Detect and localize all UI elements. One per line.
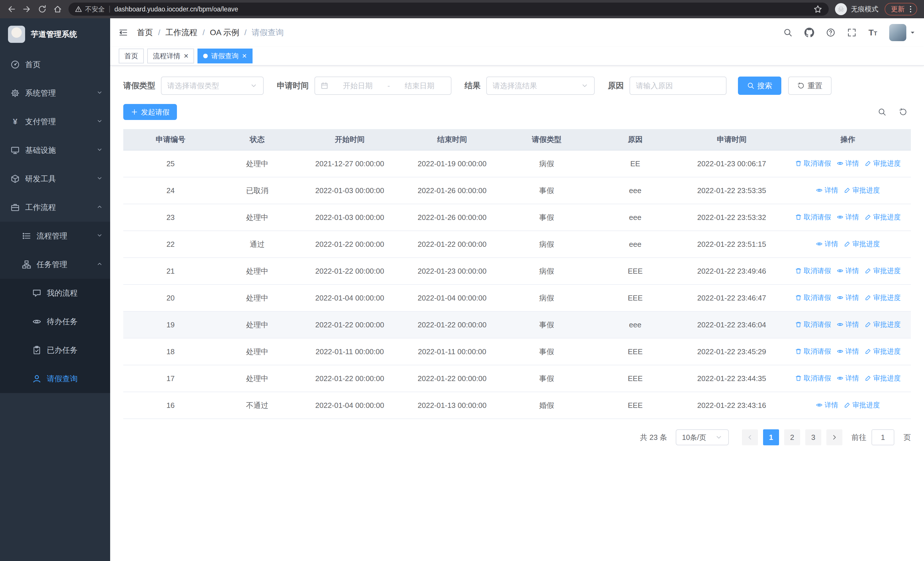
- pen-icon: [865, 160, 872, 167]
- app-logo[interactable]: 芋道管理系统: [0, 18, 110, 50]
- approval-progress-link[interactable]: 审批进度: [865, 293, 901, 302]
- detail-link[interactable]: 详情: [837, 320, 859, 329]
- approval-progress-link[interactable]: 审批进度: [844, 239, 880, 248]
- cell-actions: 详情审批进度: [785, 231, 911, 258]
- detail-link[interactable]: 详情: [816, 239, 838, 248]
- apply-time-range-picker[interactable]: 开始日期 - 结束日期: [315, 77, 452, 95]
- security-status[interactable]: 不安全: [75, 5, 105, 14]
- next-page-button[interactable]: [826, 429, 842, 445]
- close-icon[interactable]: ×: [242, 52, 246, 60]
- sidebar-item-workflow[interactable]: 工作流程: [0, 193, 110, 222]
- caret-down-icon: [910, 30, 915, 35]
- breadcrumb-item[interactable]: OA 示例: [210, 27, 239, 38]
- tab-process-detail[interactable]: 流程详情×: [147, 48, 194, 63]
- tab-label: 流程详情: [153, 51, 180, 60]
- font-size-icon[interactable]: TT: [868, 28, 877, 38]
- approval-progress-link[interactable]: 审批进度: [865, 374, 901, 383]
- detail-link[interactable]: 详情: [837, 266, 859, 275]
- tab-home[interactable]: 首页: [119, 48, 144, 63]
- prev-page-button[interactable]: [742, 429, 758, 445]
- global-search-icon[interactable]: [783, 28, 792, 37]
- sidebar-item-my-process[interactable]: 我的流程: [0, 279, 110, 307]
- sidebar-item-process-mgmt[interactable]: 流程管理: [0, 222, 110, 250]
- cancel-leave-link[interactable]: 取消请假: [795, 212, 831, 222]
- approval-progress-link[interactable]: 审批进度: [865, 347, 901, 356]
- github-icon[interactable]: [804, 28, 814, 38]
- result-select[interactable]: 请选择流结果: [486, 77, 595, 95]
- sidebar-item-todo-tasks[interactable]: 待办任务: [0, 307, 110, 336]
- approval-progress-link[interactable]: 审批进度: [844, 186, 880, 195]
- sidebar-item-task-mgmt[interactable]: 任务管理: [0, 250, 110, 279]
- cancel-leave-link[interactable]: 取消请假: [795, 347, 831, 356]
- approval-progress-link[interactable]: 审批进度: [865, 212, 901, 222]
- sidebar-item-label: 工作流程: [25, 202, 56, 212]
- sidebar-item-leave-query[interactable]: 请假查询: [0, 364, 110, 393]
- reload-icon[interactable]: [38, 5, 47, 14]
- detail-link[interactable]: 详情: [837, 159, 859, 168]
- bookmark-star-icon[interactable]: [813, 5, 822, 14]
- cell-apply-time: 2022-01-22 23:51:15: [679, 231, 785, 258]
- clipboard-check-icon: [32, 346, 42, 355]
- home-icon[interactable]: [53, 5, 62, 14]
- sidebar-item-done-tasks[interactable]: 已办任务: [0, 336, 110, 364]
- address-bar[interactable]: 不安全 dashboard.yudao.iocoder.cn/bpm/oa/le…: [69, 3, 829, 16]
- reset-button[interactable]: 重置: [788, 77, 831, 95]
- forward-icon[interactable]: [22, 5, 32, 14]
- detail-link[interactable]: 详情: [837, 347, 859, 356]
- detail-link[interactable]: 详情: [816, 400, 838, 410]
- back-icon[interactable]: [7, 5, 16, 14]
- approval-progress-link[interactable]: 审批进度: [865, 320, 901, 329]
- detail-link[interactable]: 详情: [837, 374, 859, 383]
- apply-time-label: 申请时间: [277, 80, 309, 91]
- sidebar-item-infra[interactable]: 基础设施: [0, 136, 110, 164]
- cancel-leave-link[interactable]: 取消请假: [795, 293, 831, 302]
- collapse-sidebar-icon[interactable]: [119, 28, 128, 37]
- search-button[interactable]: 搜索: [738, 77, 782, 95]
- cell-actions: 详情审批进度: [785, 392, 911, 419]
- cell-status: 处理中: [218, 204, 297, 231]
- breadcrumb-item[interactable]: 工作流程: [165, 27, 198, 38]
- toggle-search-icon[interactable]: [878, 108, 886, 116]
- chevron-down-icon: [715, 434, 723, 441]
- detail-link[interactable]: 详情: [837, 293, 859, 302]
- approval-progress-link[interactable]: 审批进度: [865, 266, 901, 275]
- create-leave-button[interactable]: 发起请假: [123, 104, 177, 120]
- cell-apply-time: 2022-01-22 23:49:46: [679, 258, 785, 284]
- user-avatar[interactable]: [889, 24, 915, 41]
- approval-progress-link[interactable]: 审批进度: [844, 400, 880, 410]
- goto-label: 前往: [852, 432, 866, 442]
- help-icon[interactable]: [826, 28, 835, 37]
- update-button[interactable]: 更新: [885, 3, 917, 15]
- user-icon: [32, 374, 42, 384]
- page-size-select[interactable]: 10条/页: [676, 429, 729, 445]
- fullscreen-icon[interactable]: [847, 28, 856, 37]
- tab-leave-query[interactable]: 请假查询×: [198, 48, 252, 63]
- browser-menu-icon[interactable]: [906, 5, 915, 14]
- detail-link[interactable]: 详情: [816, 186, 838, 195]
- close-icon[interactable]: ×: [184, 52, 188, 60]
- column-header: 状态: [218, 129, 297, 150]
- reason-input[interactable]: [630, 77, 726, 95]
- sidebar-item-payment[interactable]: ¥支付管理: [0, 107, 110, 136]
- cell-apply-time: 2022-01-22 23:43:16: [679, 392, 785, 419]
- sidebar-item-system[interactable]: 系统管理: [0, 79, 110, 107]
- page-1-button[interactable]: 1: [763, 429, 779, 445]
- sidebar-item-devtools[interactable]: 研发工具: [0, 164, 110, 193]
- page-content: 请假类型 请选择请假类型 申请时间 开始日期 - 结束日期 结果 请选择流结果: [110, 66, 924, 561]
- sidebar-item-home[interactable]: 首页: [0, 50, 110, 79]
- breadcrumb-item[interactable]: 首页: [137, 27, 153, 38]
- goto-page-input[interactable]: [872, 429, 894, 445]
- cancel-leave-link[interactable]: 取消请假: [795, 266, 831, 275]
- cancel-leave-link[interactable]: 取消请假: [795, 374, 831, 383]
- leave-type-select[interactable]: 请选择请假类型: [161, 77, 264, 95]
- page-2-button[interactable]: 2: [784, 429, 800, 445]
- page-3-button[interactable]: 3: [805, 429, 821, 445]
- refresh-table-icon[interactable]: [899, 108, 908, 116]
- dashboard-icon: [10, 60, 20, 69]
- sidebar-item-label: 支付管理: [25, 117, 56, 127]
- cancel-leave-link[interactable]: 取消请假: [795, 320, 831, 329]
- cell-id: 23: [123, 204, 218, 231]
- approval-progress-link[interactable]: 审批进度: [865, 159, 901, 168]
- cancel-leave-link[interactable]: 取消请假: [795, 159, 831, 168]
- detail-link[interactable]: 详情: [837, 212, 859, 222]
